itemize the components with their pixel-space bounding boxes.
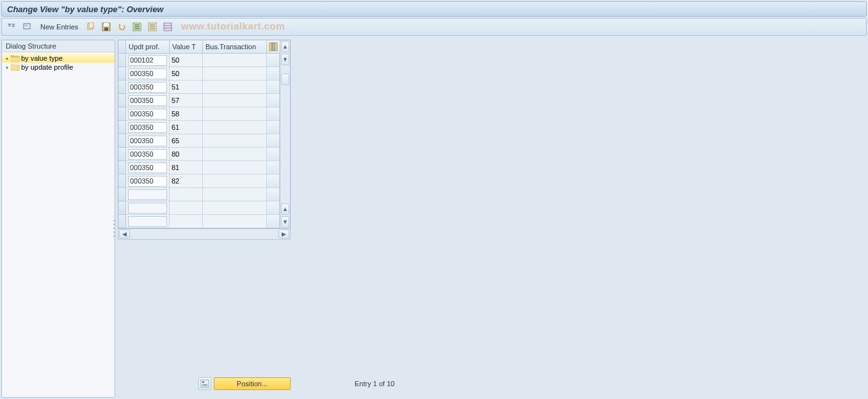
updt-prof-input[interactable] (128, 189, 167, 200)
cell-bus-transaction[interactable] (203, 54, 267, 67)
cell-value-t[interactable]: 61 (170, 121, 203, 134)
cell-updt-prof[interactable] (126, 54, 170, 67)
scroll-up-icon[interactable]: ▲ (281, 41, 289, 52)
updt-prof-input[interactable] (128, 136, 167, 146)
column-header-updt-prof[interactable]: Updt prof. (126, 40, 170, 54)
cell-value-t[interactable]: 82 (170, 175, 203, 188)
row-selector[interactable] (118, 161, 126, 175)
vertical-scrollbar[interactable]: ▲ ▼ ▲ ▼ (280, 40, 290, 228)
row-selector[interactable] (118, 201, 126, 215)
header-row-selector[interactable] (118, 40, 126, 54)
row-selector[interactable] (118, 54, 126, 67)
updt-prof-input[interactable] (128, 95, 167, 106)
scroll-up-icon[interactable]: ▲ (281, 203, 289, 215)
cell-updt-prof[interactable] (126, 215, 170, 228)
cell-updt-prof[interactable] (126, 188, 170, 201)
scroll-down-icon[interactable]: ▼ (281, 216, 289, 228)
scroll-left-icon[interactable]: ◀ (119, 230, 130, 239)
column-header-bus-transaction[interactable]: Bus.Transaction (203, 40, 267, 54)
row-selector[interactable] (118, 94, 126, 107)
row-selector[interactable] (118, 215, 126, 228)
position-icon[interactable] (198, 377, 211, 390)
row-selector[interactable] (118, 67, 126, 81)
cell-bus-transaction[interactable] (203, 94, 267, 107)
hscroll-track[interactable] (131, 229, 278, 239)
cell-updt-prof[interactable] (126, 81, 170, 94)
toggle-change-icon[interactable] (6, 20, 19, 33)
tree-item-by-value-type[interactable]: ▪ by value type (2, 54, 115, 63)
cell-updt-prof[interactable] (126, 148, 170, 161)
table-view-icon[interactable] (161, 20, 174, 33)
scroll-thumb[interactable] (281, 74, 289, 85)
copy-icon[interactable] (84, 20, 97, 33)
row-selector[interactable] (118, 107, 126, 121)
deselect-all-icon[interactable] (146, 20, 159, 33)
horizontal-scrollbar[interactable]: ◀ ▶ (118, 229, 291, 240)
updt-prof-input[interactable] (128, 203, 167, 214)
panel-resize-handle[interactable] (113, 219, 115, 238)
cell-bus-transaction[interactable] (203, 201, 267, 215)
updt-prof-input[interactable] (128, 82, 167, 93)
cell-updt-prof[interactable] (126, 121, 170, 134)
cell-value-t[interactable]: 80 (170, 148, 203, 161)
updt-prof-input[interactable] (128, 109, 167, 120)
cell-value-t[interactable]: 57 (170, 94, 203, 107)
save-icon[interactable] (100, 20, 113, 33)
select-all-icon[interactable] (131, 20, 143, 33)
table-row: 81 (118, 161, 280, 175)
cell-updt-prof[interactable] (126, 161, 170, 175)
cell-bus-transaction[interactable] (203, 121, 267, 134)
column-header-value-t[interactable]: Value T (170, 40, 203, 54)
updt-prof-input[interactable] (128, 162, 167, 173)
updt-prof-input[interactable] (128, 176, 167, 187)
cell-value-t[interactable] (170, 215, 203, 228)
updt-prof-input[interactable] (128, 55, 167, 66)
cell-bus-transaction[interactable] (203, 188, 267, 201)
updt-prof-input[interactable] (128, 149, 167, 160)
cell-bus-transaction[interactable] (203, 81, 267, 94)
cell-updt-prof[interactable] (126, 107, 170, 121)
row-end-spacer (267, 67, 280, 81)
cell-value-t[interactable]: 58 (170, 107, 203, 121)
cell-value-t[interactable]: 51 (170, 81, 203, 94)
position-button[interactable]: Position... (214, 377, 291, 390)
cell-value-t[interactable]: 50 (170, 67, 203, 81)
new-entries-button[interactable]: New Entries (36, 23, 82, 31)
cell-value-t[interactable]: 50 (170, 54, 203, 67)
scroll-right-icon[interactable]: ▶ (278, 230, 289, 239)
table-row: 50 (118, 54, 280, 67)
updt-prof-input[interactable] (128, 122, 167, 133)
cell-bus-transaction[interactable] (203, 134, 267, 148)
row-selector[interactable] (118, 175, 126, 188)
table-settings-icon[interactable] (267, 40, 280, 54)
cell-updt-prof[interactable] (126, 134, 170, 148)
cell-updt-prof[interactable] (126, 94, 170, 107)
cell-bus-transaction[interactable] (203, 215, 267, 228)
cell-value-t[interactable] (170, 201, 203, 215)
row-selector[interactable] (118, 188, 126, 201)
cell-value-t[interactable]: 65 (170, 134, 203, 148)
cell-updt-prof[interactable] (126, 201, 170, 215)
scroll-down-icon[interactable]: ▼ (281, 54, 289, 65)
cell-bus-transaction[interactable] (203, 107, 267, 121)
entry-count-text: Entry 1 of 10 (355, 380, 394, 387)
cell-bus-transaction[interactable] (203, 161, 267, 175)
row-selector[interactable] (118, 81, 126, 94)
row-selector[interactable] (118, 148, 126, 161)
scroll-track[interactable] (280, 66, 290, 203)
undo-icon[interactable] (115, 20, 128, 33)
cell-updt-prof[interactable] (126, 67, 170, 81)
cell-bus-transaction[interactable] (203, 148, 267, 161)
updt-prof-input[interactable] (128, 216, 167, 227)
row-selector[interactable] (118, 121, 126, 134)
other-view-icon[interactable] (21, 20, 34, 33)
row-selector[interactable] (118, 134, 126, 148)
cell-bus-transaction[interactable] (203, 175, 267, 188)
updt-prof-input[interactable] (128, 68, 167, 79)
cell-updt-prof[interactable] (126, 175, 170, 188)
tree-item-by-update-profile[interactable]: ▪ by update profile (2, 63, 115, 72)
cell-value-t[interactable] (170, 188, 203, 201)
cell-bus-transaction[interactable] (203, 67, 267, 81)
cell-value-t[interactable]: 81 (170, 161, 203, 175)
row-end-spacer (267, 94, 280, 107)
